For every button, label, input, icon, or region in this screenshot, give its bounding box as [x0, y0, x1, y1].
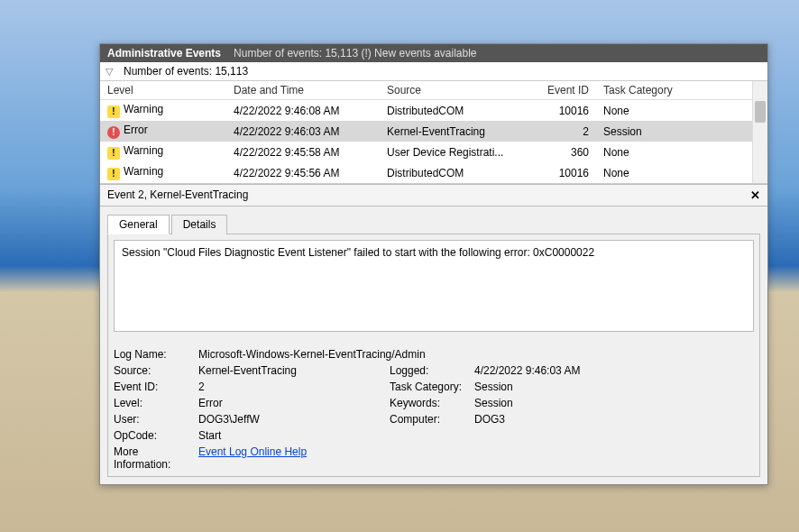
label-keywords: Keywords: — [390, 397, 473, 409]
row-task: Session — [596, 123, 704, 141]
title-subtitle: Number of events: 15,113 (!) New events … — [234, 47, 476, 60]
value-source: Kernel-EventTracing — [198, 364, 388, 377]
col-header-source[interactable]: Source — [380, 81, 533, 99]
count-bar: Number of events: 15,113 — [100, 62, 767, 81]
row-source: DistributedCOM — [380, 102, 533, 120]
title-bar: Administrative Events Number of events: … — [100, 44, 767, 62]
warning-icon — [107, 105, 120, 118]
value-opcode: Start — [198, 429, 754, 442]
link-event-log-help[interactable]: Event Log Online Help — [198, 445, 307, 458]
row-level: Warning — [124, 103, 163, 115]
value-taskcategory: Session — [474, 381, 754, 393]
value-computer: DOG3 — [474, 413, 754, 426]
tab-details[interactable]: Details — [171, 215, 228, 234]
label-source: Source: — [114, 364, 197, 377]
label-level: Level: — [114, 397, 197, 409]
col-header-level[interactable]: Level — [100, 81, 226, 99]
table-row[interactable]: Warning4/22/2022 9:45:56 AMDistributedCO… — [100, 162, 767, 183]
tab-body: Session "Cloud Files Diagnostic Event Li… — [107, 234, 760, 477]
label-opcode: OpCode: — [114, 429, 197, 442]
row-task: None — [596, 102, 704, 120]
row-date: 4/22/2022 9:45:58 AM — [226, 143, 380, 161]
table-row[interactable]: Warning4/22/2022 9:46:08 AMDistributedCO… — [100, 100, 767, 121]
label-eventid: Event ID: — [114, 381, 197, 393]
col-header-task[interactable]: Task Category — [596, 81, 704, 99]
value-user: DOG3\JeffW — [198, 413, 388, 426]
filter-icon[interactable] — [106, 65, 118, 78]
label-taskcategory: Task Category: — [390, 381, 473, 393]
value-keywords: Session — [474, 397, 754, 409]
row-level: Warning — [124, 144, 163, 157]
row-eventid: 10016 — [533, 102, 596, 120]
label-computer: Computer: — [390, 413, 473, 426]
value-logname: Microsoft-Windows-Kernel-EventTracing/Ad… — [198, 348, 754, 361]
close-icon[interactable]: ✕ — [750, 188, 760, 202]
label-logged: Logged: — [390, 364, 473, 377]
tab-general[interactable]: General — [107, 215, 170, 234]
scrollbar-track[interactable] — [752, 81, 767, 183]
title-main: Administrative Events — [107, 47, 221, 60]
row-source: Kernel-EventTracing — [380, 123, 533, 141]
warning-icon — [107, 147, 120, 160]
label-user: User: — [114, 413, 197, 426]
value-eventid: 2 — [198, 381, 388, 393]
col-header-eventid[interactable]: Event ID — [533, 81, 596, 99]
event-table: Level Date and Time Source Event ID Task… — [100, 81, 767, 184]
scrollbar-thumb[interactable] — [755, 101, 766, 123]
row-level: Warning — [124, 165, 163, 178]
error-icon — [107, 126, 120, 139]
label-moreinfo: More Information: — [114, 445, 197, 471]
label-logname: Log Name: — [114, 348, 197, 361]
row-eventid: 360 — [533, 143, 596, 161]
row-source: User Device Registrati... — [380, 143, 533, 161]
value-logged: 4/22/2022 9:46:03 AM — [474, 364, 754, 377]
detail-tabs: General Details — [107, 214, 760, 234]
row-eventid: 10016 — [533, 164, 596, 182]
col-header-date[interactable]: Date and Time — [226, 81, 380, 99]
detail-panel: Event 2, Kernel-EventTracing ✕ General D… — [100, 184, 767, 477]
event-properties: Log Name: Microsoft-Windows-Kernel-Event… — [114, 348, 754, 471]
table-row[interactable]: Error4/22/2022 9:46:03 AMKernel-EventTra… — [100, 121, 767, 142]
row-eventid: 2 — [533, 123, 596, 141]
row-source: DistributedCOM — [380, 164, 533, 182]
row-task: None — [596, 164, 704, 182]
event-message: Session "Cloud Files Diagnostic Event Li… — [114, 240, 754, 332]
row-task: None — [596, 143, 704, 161]
table-row[interactable]: Warning4/22/2022 9:45:58 AMUser Device R… — [100, 142, 767, 162]
row-level: Error — [124, 124, 148, 136]
row-date: 4/22/2022 9:46:03 AM — [226, 123, 380, 141]
detail-title-bar: Event 2, Kernel-EventTracing ✕ — [100, 185, 767, 206]
table-header: Level Date and Time Source Event ID Task… — [100, 81, 767, 100]
row-date: 4/22/2022 9:46:08 AM — [226, 102, 380, 120]
detail-title-text: Event 2, Kernel-EventTracing — [107, 188, 248, 202]
row-date: 4/22/2022 9:45:56 AM — [226, 164, 380, 182]
event-count-text: Number of events: 15,113 — [124, 65, 248, 78]
event-viewer-window: Administrative Events Number of events: … — [99, 43, 768, 485]
value-level: Error — [198, 397, 388, 409]
warning-icon — [107, 168, 120, 180]
